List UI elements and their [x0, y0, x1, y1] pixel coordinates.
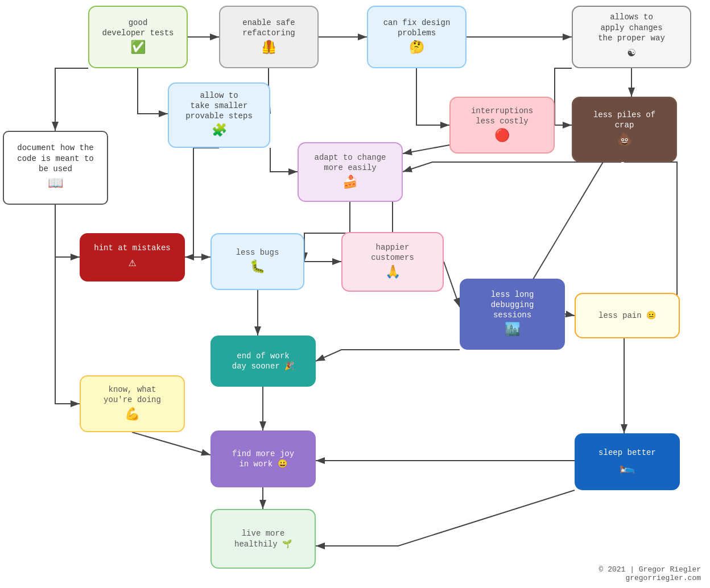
less-long-debugging-label: less long debugging sessions: [491, 289, 534, 321]
less-bugs-emoji: 🐛: [250, 260, 265, 276]
find-more-joy: find more joy in work 😀: [210, 430, 316, 487]
hint-at-mistakes-emoji: ⚠️: [129, 255, 136, 272]
adapt-to-change: adapt to change more easily🍰: [298, 142, 403, 202]
less-bugs-label: less bugs: [236, 247, 279, 258]
diagram-container: good developer tests✅enable safe refacto…: [0, 0, 710, 588]
less-piles-of-crap: less piles of crap💩: [572, 97, 677, 162]
footer: © 2021 | Gregor Riegler gregorriegler.co…: [599, 565, 701, 582]
less-bugs: less bugs🐛: [210, 233, 304, 290]
allow-smaller-steps: allow to take smaller provable steps🧩: [168, 82, 270, 148]
footer-line2: gregorriegler.com: [599, 574, 701, 582]
allow-smaller-steps-emoji: 🧩: [212, 123, 227, 140]
enable-safe-refactoring: enable safe refactoring🦺: [219, 6, 319, 68]
happier-customers-label: happier customers: [371, 242, 414, 263]
allow-smaller-steps-label: allow to take smaller provable steps: [185, 90, 253, 122]
can-fix-design-problems: can fix design problems🤔: [367, 6, 467, 68]
adapt-to-change-label: adapt to change more easily: [314, 152, 386, 173]
hint-at-mistakes: hint at mistakes⚠️: [80, 233, 185, 281]
happier-customers: happier customers🙏: [341, 232, 444, 292]
allows-to-apply-changes-emoji: ☯️: [628, 45, 635, 62]
good-developer-tests: good developer tests✅: [88, 6, 188, 68]
know-what-youre-doing: know, what you're doing💪: [80, 375, 185, 432]
less-pain-label: less pain 😐: [598, 310, 656, 321]
sleep-better-label: sleep better: [598, 448, 656, 458]
less-long-debugging-emoji: 🏙️: [505, 322, 520, 339]
less-piles-of-crap-emoji: 💩: [617, 132, 632, 149]
hint-at-mistakes-label: hint at mistakes: [94, 243, 170, 253]
know-what-youre-doing-emoji: 💪: [125, 407, 140, 424]
document-how-code-emoji: 📖: [48, 176, 63, 193]
interruptions-less-costly-emoji: 🔴: [494, 129, 510, 145]
less-piles-of-crap-label: less piles of crap: [593, 110, 655, 130]
happier-customers-emoji: 🙏: [385, 265, 401, 281]
live-more-healthily: live more healthily 🌱: [210, 509, 316, 569]
good-developer-tests-label: good developer tests: [102, 18, 174, 38]
enable-safe-refactoring-label: enable safe refactoring: [242, 18, 295, 38]
know-what-youre-doing-label: know, what you're doing: [104, 384, 161, 405]
allows-to-apply-changes: allows to apply changes the proper way☯️: [572, 6, 691, 68]
interruptions-less-costly: interruptions less costly🔴: [449, 97, 555, 154]
find-more-joy-label: find more joy in work 😀: [232, 449, 294, 469]
allows-to-apply-changes-label: allows to apply changes the proper way: [598, 12, 665, 43]
live-more-healthily-label: live more healthily 🌱: [234, 528, 292, 549]
document-how-code: document how the code is meant to be use…: [3, 131, 108, 205]
less-long-debugging: less long debugging sessions🏙️: [460, 279, 565, 350]
sleep-better: sleep better🛌: [575, 433, 680, 490]
adapt-to-change-emoji: 🍰: [342, 175, 358, 192]
enable-safe-refactoring-emoji: 🦺: [261, 40, 276, 57]
less-pain: less pain 😐: [575, 293, 680, 338]
document-how-code-label: document how the code is meant to be use…: [17, 143, 93, 174]
can-fix-design-problems-label: can fix design problems: [383, 18, 451, 38]
end-of-work-day-sooner-label: end of work day sooner 🎉: [232, 351, 294, 371]
can-fix-design-problems-emoji: 🤔: [409, 40, 424, 57]
sleep-better-emoji: 🛌: [620, 460, 635, 477]
interruptions-less-costly-label: interruptions less costly: [471, 106, 533, 126]
good-developer-tests-emoji: ✅: [130, 40, 146, 57]
footer-line1: © 2021 | Gregor Riegler: [599, 565, 701, 574]
end-of-work-day-sooner: end of work day sooner 🎉: [210, 336, 316, 387]
